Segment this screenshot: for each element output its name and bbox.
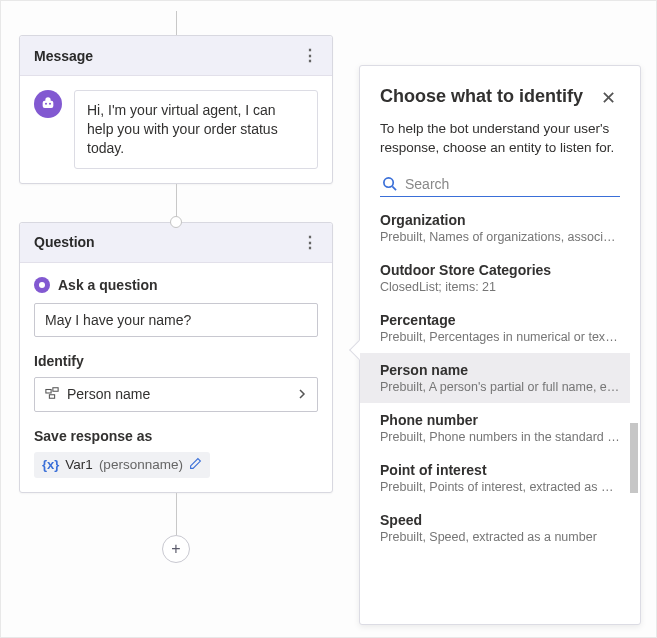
entity-search[interactable] (380, 172, 620, 197)
chevron-right-icon (297, 386, 307, 402)
search-icon (382, 176, 397, 191)
svg-line-4 (392, 187, 396, 191)
entity-list[interactable]: OrganizationPrebuilt, Names of organizat… (360, 203, 640, 624)
connector-line (176, 11, 177, 35)
entity-picker-panel: Choose what to identify ✕ To help the bo… (359, 65, 641, 625)
svg-rect-0 (46, 389, 51, 393)
message-node-title: Message (34, 48, 93, 64)
svg-rect-1 (53, 387, 58, 391)
svg-rect-2 (49, 394, 54, 398)
search-input[interactable] (405, 176, 618, 192)
variable-chip[interactable]: {x} Var1 (personname) (34, 452, 210, 478)
entity-option[interactable]: OrganizationPrebuilt, Names of organizat… (360, 203, 630, 253)
entity-option[interactable]: SpeedPrebuilt, Speed, extracted as a num… (360, 503, 630, 553)
entity-option[interactable]: PercentagePrebuilt, Percentages in numer… (360, 303, 630, 353)
edit-pencil-icon[interactable] (189, 457, 202, 473)
save-response-label: Save response as (34, 428, 318, 444)
authoring-canvas: Message ⋮ Hi, I'm your virtual agent, I … (1, 1, 351, 637)
entity-option-name: Organization (380, 212, 620, 228)
scrollbar-track[interactable] (630, 203, 638, 624)
question-bullet-icon (34, 277, 50, 293)
kebab-menu-icon[interactable]: ⋮ (298, 230, 322, 254)
entity-option-sub: ClosedList; items: 21 (380, 280, 620, 294)
entity-icon (45, 386, 59, 403)
question-node[interactable]: Question ⋮ Ask a question Identify Perso… (19, 222, 333, 493)
bot-avatar-icon (34, 90, 62, 118)
panel-description: To help the bot understand your user's r… (360, 110, 640, 172)
entity-option-sub: Prebuilt, Phone numbers in the standard … (380, 430, 620, 444)
kebab-menu-icon[interactable]: ⋮ (298, 44, 322, 68)
scrollbar-thumb[interactable] (630, 423, 638, 493)
variable-icon: {x} (42, 457, 59, 472)
connector-dot (170, 216, 182, 228)
panel-title: Choose what to identify (380, 86, 583, 107)
entity-option-name: Phone number (380, 412, 620, 428)
add-node-button[interactable]: + (162, 535, 190, 563)
message-node-header: Message ⋮ (20, 36, 332, 76)
variable-type: (personname) (99, 457, 183, 472)
identify-entity-picker[interactable]: Person name (34, 377, 318, 412)
identify-label: Identify (34, 353, 318, 369)
question-text-input[interactable] (34, 303, 318, 337)
close-icon[interactable]: ✕ (596, 86, 620, 110)
entity-option-sub: Prebuilt, Points of interest, extracted … (380, 480, 620, 494)
entity-option-sub: Prebuilt, Percentages in numerical or te… (380, 330, 620, 344)
entity-option[interactable]: Outdoor Store CategoriesClosedList; item… (360, 253, 630, 303)
connector-line (176, 184, 177, 222)
entity-option[interactable]: Phone numberPrebuilt, Phone numbers in t… (360, 403, 630, 453)
entity-option[interactable]: Point of interestPrebuilt, Points of int… (360, 453, 630, 503)
entity-option[interactable]: Person namePrebuilt, A person's partial … (360, 353, 630, 403)
question-node-body: Ask a question Identify Person name Save… (20, 263, 332, 492)
entity-option-name: Percentage (380, 312, 620, 328)
question-node-title: Question (34, 234, 95, 250)
entity-option-sub: Prebuilt, A person's partial or full nam… (380, 380, 620, 394)
svg-point-3 (384, 178, 393, 187)
identify-value: Person name (67, 386, 150, 402)
entity-option-name: Point of interest (380, 462, 620, 478)
connector-line (176, 493, 177, 535)
message-node[interactable]: Message ⋮ Hi, I'm your virtual agent, I … (19, 35, 333, 184)
message-node-body: Hi, I'm your virtual agent, I can help y… (20, 76, 332, 183)
entity-option-name: Outdoor Store Categories (380, 262, 620, 278)
question-node-header: Question ⋮ (20, 223, 332, 263)
ask-question-label: Ask a question (58, 277, 158, 293)
entity-option-name: Speed (380, 512, 620, 528)
variable-name: Var1 (65, 457, 93, 472)
entity-option-sub: Prebuilt, Names of organizations, associ… (380, 230, 620, 244)
entity-option-sub: Prebuilt, Speed, extracted as a number (380, 530, 620, 544)
entity-option-name: Person name (380, 362, 620, 378)
message-text[interactable]: Hi, I'm your virtual agent, I can help y… (74, 90, 318, 169)
